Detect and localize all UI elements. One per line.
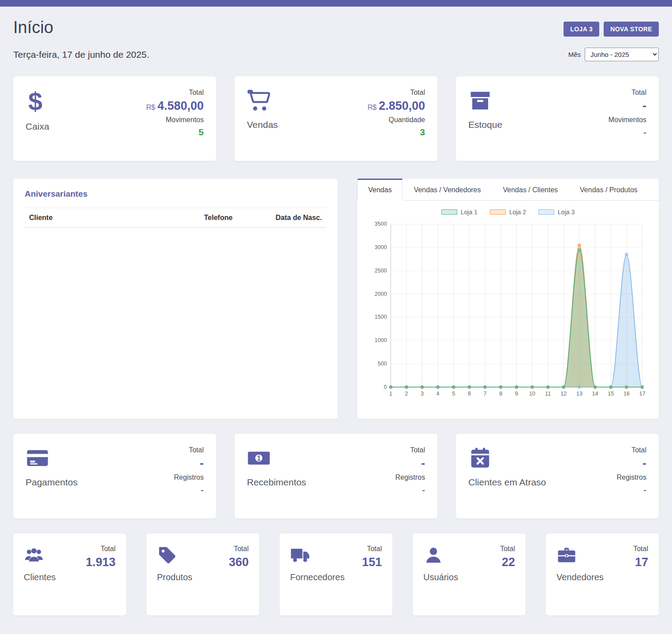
current-date: Terça-feira, 17 de junho de 2025. bbox=[13, 49, 149, 60]
estoque-mov-label: Movimentos bbox=[609, 116, 646, 124]
svg-text:2500: 2500 bbox=[375, 268, 387, 274]
store-badge-button[interactable]: LOJA 3 bbox=[564, 22, 599, 37]
svg-text:500: 500 bbox=[378, 361, 387, 367]
month-select[interactable]: Junho - 2025 bbox=[585, 48, 659, 61]
svg-text:13: 13 bbox=[576, 391, 582, 397]
produtos-label: Produtos bbox=[157, 572, 192, 582]
legend-item-loja-3[interactable]: Loja 3 bbox=[538, 209, 575, 216]
svg-text:1500: 1500 bbox=[375, 314, 387, 320]
clientes-card: Clientes Total 1.913 bbox=[13, 533, 126, 615]
month-picker: Mês Junho - 2025 bbox=[568, 48, 659, 61]
svg-text:12: 12 bbox=[560, 391, 567, 397]
recebimentos-total-label: Total bbox=[410, 446, 425, 454]
legend-color-swatch bbox=[441, 209, 457, 215]
dollar-icon: $ bbox=[26, 89, 49, 114]
svg-text:3000: 3000 bbox=[375, 244, 387, 250]
pagamentos-reg-value: - bbox=[201, 485, 204, 495]
store-name-button[interactable]: NOVA STORE bbox=[604, 22, 659, 37]
clientes-atraso-label: Clientes em Atraso bbox=[468, 477, 546, 488]
svg-text:15: 15 bbox=[608, 391, 614, 397]
date-row: Terça-feira, 17 de junho de 2025. Mês Ju… bbox=[13, 48, 659, 61]
calendar-x-icon bbox=[468, 446, 492, 470]
svg-text:4: 4 bbox=[437, 391, 440, 397]
dashboard-page: Início LOJA 3 NOVA STORE Terça-feira, 17… bbox=[0, 7, 672, 634]
fornecedores-total-value: 151 bbox=[362, 556, 382, 569]
usuarios-card: Usuários Total 22 bbox=[413, 533, 526, 615]
estoque-label: Estoque bbox=[468, 119, 502, 130]
tab-vendas-clientes[interactable]: Vendas / Clientes bbox=[492, 179, 569, 201]
pagamentos-label: Pagamentos bbox=[26, 477, 78, 488]
svg-text:9: 9 bbox=[515, 391, 518, 397]
chart-legend: Loja 1Loja 2Loja 3 bbox=[367, 209, 649, 216]
svg-text:16: 16 bbox=[623, 391, 630, 397]
usuarios-total-value: 22 bbox=[502, 556, 515, 569]
legend-color-swatch bbox=[490, 209, 506, 215]
svg-text:3500: 3500 bbox=[375, 221, 387, 227]
tab-vendas-vendedores[interactable]: Vendas / Vendedores bbox=[403, 179, 492, 201]
estoque-total-label: Total bbox=[631, 89, 646, 97]
briefcase-icon bbox=[556, 545, 577, 565]
caixa-total-label: Total bbox=[189, 89, 204, 97]
recebimentos-card: 1 Recebimentos Total - Registros - bbox=[235, 434, 437, 518]
users-icon bbox=[24, 545, 44, 565]
svg-text:6: 6 bbox=[468, 391, 471, 397]
svg-text:14: 14 bbox=[592, 391, 598, 397]
svg-text:1: 1 bbox=[257, 455, 261, 462]
page-title: Início bbox=[13, 18, 53, 37]
svg-text:0: 0 bbox=[384, 384, 387, 390]
caixa-card: $ Caixa Total R$4.580,00 Movimentos 5 bbox=[13, 76, 216, 161]
estoque-mov-value: - bbox=[643, 127, 646, 137]
legend-label: Loja 2 bbox=[509, 209, 526, 216]
svg-text:1: 1 bbox=[389, 391, 392, 397]
header: Início LOJA 3 NOVA STORE bbox=[13, 18, 659, 37]
vendas-qtd-label: Quantidade bbox=[388, 116, 425, 124]
usuarios-total-label: Total bbox=[500, 545, 515, 553]
recebimentos-reg-value: - bbox=[422, 485, 425, 495]
caixa-label: Caixa bbox=[26, 121, 49, 132]
summary-cards-bottom: Clientes Total 1.913 Produtos Total 360 bbox=[13, 533, 659, 615]
header-buttons: LOJA 3 NOVA STORE bbox=[564, 22, 659, 37]
tab-vendas-produtos[interactable]: Vendas / Produtos bbox=[569, 179, 649, 201]
birthdays-panel: Aniversariantes Cliente Telefone Data de… bbox=[13, 179, 338, 419]
fornecedores-total-label: Total bbox=[367, 545, 382, 553]
cart-icon bbox=[247, 89, 271, 112]
sales-line-chart: 0500100015002000250030003500123456789101… bbox=[367, 219, 649, 402]
clientes-label: Clientes bbox=[24, 572, 56, 582]
chart-body: Loja 1Loja 2Loja 3 050010001500200025003… bbox=[357, 201, 659, 419]
svg-text:8: 8 bbox=[499, 391, 502, 397]
summary-cards-top: $ Caixa Total R$4.580,00 Movimentos 5 Ve… bbox=[13, 76, 659, 161]
fornecedores-card: Fornecedores Total 151 bbox=[280, 533, 392, 615]
column-data-nasc: Data de Nasc. bbox=[266, 208, 326, 228]
top-accent-bar bbox=[0, 0, 672, 7]
vendas-total-value: R$2.850,00 bbox=[367, 100, 425, 113]
truck-icon bbox=[290, 545, 310, 565]
tab-vendas[interactable]: Vendas bbox=[357, 179, 403, 201]
estoque-total-value: - bbox=[640, 100, 646, 113]
legend-item-loja-1[interactable]: Loja 1 bbox=[441, 209, 478, 216]
produtos-total-value: 360 bbox=[229, 556, 249, 569]
pagamentos-card: Pagamentos Total - Registros - bbox=[13, 434, 216, 518]
sales-chart-panel: Vendas Vendas / Vendedores Vendas / Clie… bbox=[357, 179, 659, 419]
month-label: Mês bbox=[568, 51, 581, 58]
svg-text:1000: 1000 bbox=[375, 337, 387, 343]
legend-label: Loja 3 bbox=[558, 209, 575, 216]
pagamentos-total-label: Total bbox=[189, 446, 204, 454]
vendas-total-label: Total bbox=[410, 89, 425, 97]
clientes-atraso-total-value: - bbox=[642, 457, 646, 470]
credit-card-icon bbox=[26, 446, 49, 470]
middle-row: Aniversariantes Cliente Telefone Data de… bbox=[13, 179, 659, 419]
box-icon bbox=[468, 89, 492, 112]
clientes-atraso-reg-value: - bbox=[643, 485, 646, 495]
caixa-mov-label: Movimentos bbox=[166, 116, 204, 124]
clientes-total-value: 1.913 bbox=[86, 556, 116, 569]
birthdays-table: Cliente Telefone Data de Nasc. bbox=[25, 208, 326, 228]
pagamentos-reg-label: Registros bbox=[174, 474, 204, 481]
clientes-atraso-total-label: Total bbox=[631, 446, 646, 454]
clientes-atraso-reg-label: Registros bbox=[616, 474, 646, 481]
vendedores-card: Vendedores Total 17 bbox=[546, 533, 659, 615]
caixa-mov-value: 5 bbox=[198, 127, 204, 137]
legend-item-loja-2[interactable]: Loja 2 bbox=[490, 209, 526, 216]
svg-text:10: 10 bbox=[529, 391, 535, 397]
clientes-total-label: Total bbox=[101, 545, 116, 553]
recebimentos-total-value: - bbox=[421, 457, 425, 470]
